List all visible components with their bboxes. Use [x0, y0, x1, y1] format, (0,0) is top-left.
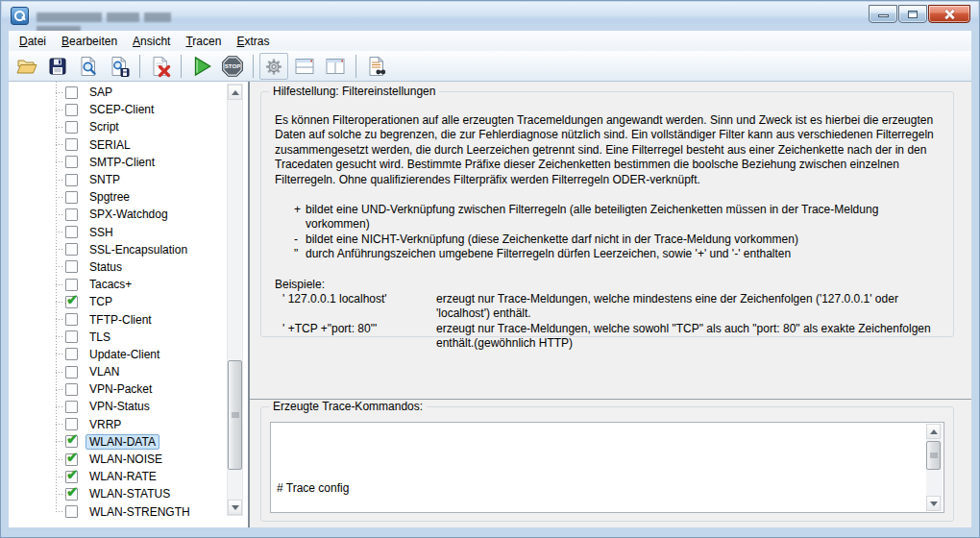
menu-item[interactable]: Bearbeiten	[54, 32, 125, 51]
tree-item-label[interactable]: Update-Client	[86, 347, 163, 362]
settings-button[interactable]	[259, 53, 288, 80]
checkbox[interactable]	[65, 296, 78, 308]
trace-commands-box[interactable]: # Trace config trace + IP-masquerading t…	[270, 422, 944, 513]
tree-item-label[interactable]: SNTP	[86, 172, 124, 187]
split-vertical-button[interactable]	[321, 53, 350, 80]
search-trace-button[interactable]	[362, 53, 391, 80]
checkbox[interactable]	[65, 488, 78, 501]
checkbox[interactable]	[65, 435, 78, 448]
tree-item[interactable]: WLAN-DATA	[9, 433, 225, 451]
tree-item-label[interactable]: SERIAL	[86, 137, 135, 153]
close-button[interactable]	[928, 5, 970, 23]
tree-item[interactable]: VPN-Packet	[9, 380, 225, 398]
commands-scrollbar-thumb[interactable]	[926, 441, 941, 470]
menu-item[interactable]: Extras	[229, 32, 277, 51]
tree-item[interactable]: SCEP-Client	[9, 101, 225, 118]
tree-item[interactable]: SERIAL	[9, 136, 225, 154]
save-trace-button[interactable]	[105, 53, 134, 80]
tree-item-label[interactable]: TFTP-Client	[86, 312, 156, 328]
tree-item[interactable]: Spgtree	[9, 188, 225, 206]
tree-item-label[interactable]: Spgtree	[86, 189, 134, 205]
scroll-down-icon[interactable]	[228, 500, 242, 515]
tree-item-label[interactable]: WLAN-NOISE	[86, 452, 166, 467]
checkbox[interactable]	[65, 243, 78, 256]
checkbox[interactable]	[65, 208, 78, 221]
tree-item-label[interactable]: Tacacs+	[86, 277, 135, 292]
minimize-button[interactable]	[869, 5, 897, 23]
tree-item-label[interactable]: SPX-Watchdog	[86, 207, 172, 222]
checkbox[interactable]	[65, 86, 78, 99]
tree-item[interactable]: WLAN-STRENGTH	[9, 503, 225, 521]
tree-item-label[interactable]: Status	[86, 259, 126, 275]
tree-item[interactable]: SPX-Watchdog	[9, 206, 225, 223]
tree-item-label[interactable]: SAP	[86, 85, 116, 100]
tree-item-label[interactable]: SSH	[86, 225, 117, 240]
tree-item-label[interactable]: WLAN-RATE	[86, 469, 160, 484]
tree-item-label[interactable]: WLAN-DATA	[86, 434, 159, 450]
scroll-up-icon[interactable]	[926, 424, 941, 439]
tree-item[interactable]: TCP	[9, 293, 225, 310]
checkbox[interactable]	[65, 348, 78, 360]
tree-item-label[interactable]: VPN-Packet	[86, 381, 156, 397]
maximize-button[interactable]	[898, 5, 927, 23]
tree-scrollbar-thumb[interactable]	[228, 360, 242, 470]
save-button[interactable]	[43, 53, 72, 80]
open-folder-button[interactable]	[12, 53, 41, 80]
checkbox[interactable]	[65, 418, 78, 430]
menu-item[interactable]: Datei	[12, 32, 54, 51]
tree-item[interactable]: SMTP-Client	[9, 154, 225, 171]
tree-item[interactable]: VLAN	[9, 363, 225, 380]
tree-item-label[interactable]: VRRP	[86, 417, 125, 432]
checkbox[interactable]	[65, 156, 78, 168]
tree-item[interactable]: SSH	[9, 224, 225, 241]
scroll-up-icon[interactable]	[228, 85, 242, 100]
clear-trace-button[interactable]	[146, 53, 175, 80]
checkbox[interactable]	[65, 174, 78, 186]
tree-item-label[interactable]: SSL-Encapsulation	[86, 242, 191, 257]
tree-item[interactable]: VRRP	[9, 416, 225, 433]
checkbox[interactable]	[65, 366, 78, 379]
checkbox[interactable]	[65, 104, 78, 116]
tree-item[interactable]: SNTP	[9, 171, 225, 188]
checkbox[interactable]	[65, 471, 78, 483]
tree-item-label[interactable]: SCEP-Client	[86, 102, 158, 117]
scroll-down-icon[interactable]	[926, 496, 941, 511]
tree-item-label[interactable]: VLAN	[86, 364, 123, 379]
menu-item[interactable]: Tracen	[178, 32, 229, 51]
tree-item[interactable]: VPN-Status	[9, 398, 225, 415]
tree-item[interactable]: WLAN-STATUS	[9, 485, 225, 502]
checkbox[interactable]	[65, 313, 78, 326]
tree-item[interactable]: TLS	[9, 329, 225, 346]
tree-item-label[interactable]: Script	[86, 119, 123, 134]
checkbox[interactable]	[65, 453, 78, 466]
tree-item[interactable]: Tacacs+	[9, 276, 225, 293]
checkbox[interactable]	[65, 383, 78, 396]
checkbox[interactable]	[65, 121, 78, 134]
tree-item[interactable]: SSL-Encapsulation	[9, 241, 225, 258]
checkbox[interactable]	[65, 226, 78, 238]
tree-item-label[interactable]: TCP	[86, 294, 116, 309]
checkbox[interactable]	[65, 401, 78, 413]
checkbox[interactable]	[65, 330, 78, 343]
open-trace-button[interactable]	[74, 53, 103, 80]
tree-scrollbar[interactable]	[227, 84, 243, 516]
tree-item-label[interactable]: WLAN-STRENGTH	[86, 504, 194, 520]
checkbox[interactable]	[65, 191, 78, 204]
stop-trace-button[interactable]: STOP	[218, 53, 247, 80]
checkbox[interactable]	[65, 505, 78, 518]
tree-item-label[interactable]: VPN-Status	[86, 399, 154, 414]
tree-item-label[interactable]: WLAN-STATUS	[86, 486, 174, 501]
tree-item-label[interactable]: TLS	[86, 330, 114, 345]
tree-item[interactable]: TFTP-Client	[9, 310, 225, 328]
checkbox[interactable]	[65, 138, 78, 151]
split-horizontal-button[interactable]	[290, 53, 319, 80]
tree-item[interactable]: WLAN-RATE	[9, 468, 225, 485]
tree-item[interactable]: SAP	[9, 84, 225, 101]
commands-scrollbar[interactable]	[926, 424, 943, 511]
checkbox[interactable]	[65, 279, 78, 291]
tree-item[interactable]: Script	[9, 118, 225, 135]
tree-item-label[interactable]: SMTP-Client	[86, 155, 159, 170]
tree-item[interactable]: Update-Client	[9, 346, 225, 363]
checkbox[interactable]	[65, 260, 78, 273]
tree-item[interactable]: Status	[9, 258, 225, 276]
